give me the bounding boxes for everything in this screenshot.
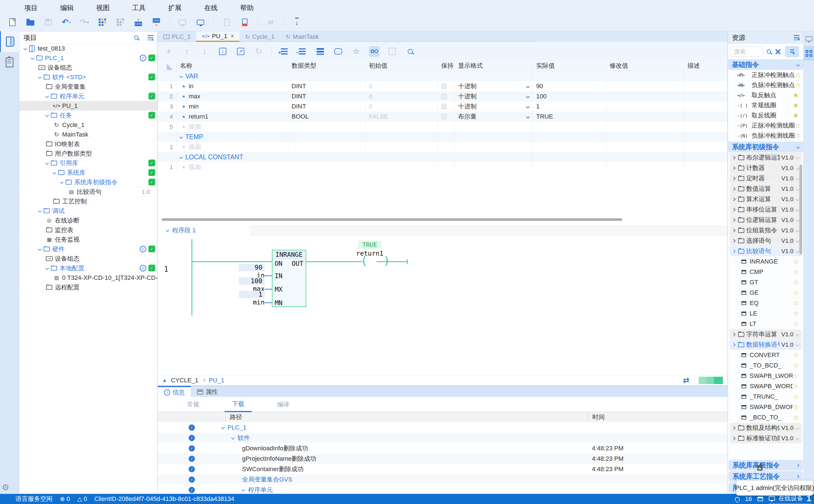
expand-chevron-icon[interactable] (45, 113, 49, 117)
variable-name[interactable]: 添加 (189, 163, 201, 171)
folder-chevron-icon[interactable] (732, 156, 736, 160)
version-dropdown-icon[interactable] (796, 166, 799, 170)
display-format-cell[interactable] (455, 152, 533, 162)
display-format-cell[interactable] (455, 142, 533, 152)
data-type-cell[interactable]: DINT (288, 101, 366, 112)
favorite-star-icon[interactable]: ★ (793, 101, 799, 109)
variable-name[interactable]: max (189, 93, 200, 100)
ladder-canvas[interactable]: 1 INRANGE ON OUT IN MX MN 90 in (158, 236, 727, 375)
insert-row-icon[interactable]: + (279, 46, 290, 57)
menu-item[interactable]: 视图 (96, 3, 110, 12)
favorite-star-icon[interactable]: ☆ (795, 71, 801, 79)
horizontal-scrollbar[interactable] (162, 218, 622, 221)
project-tree-item[interactable]: 系统库 ✓ (19, 168, 157, 178)
initial-value-cell[interactable] (366, 142, 438, 152)
data-type-cell[interactable] (288, 152, 366, 162)
project-tree-item[interactable]: 调试 (19, 206, 157, 216)
instruction-item[interactable]: 常规线圈 ★ (728, 100, 803, 110)
instruction-item[interactable]: 正脉冲检测触点 ☆ (728, 70, 803, 80)
folder-chevron-icon[interactable] (732, 343, 736, 347)
log-row[interactable]: i gProjectInfoName删除成功 4:48:23 PM (158, 453, 727, 464)
expand-chevron-icon[interactable] (31, 56, 34, 60)
library-row[interactable]: INRANGE ☆ (730, 256, 802, 267)
display-format-cell[interactable]: 十进制 (455, 81, 533, 91)
display-format-cell[interactable] (455, 132, 533, 142)
project-tree-item[interactable]: 比较语句 1.0 (19, 187, 157, 197)
block-input-operand[interactable]: 1 min (239, 291, 265, 306)
actual-value-cell[interactable] (533, 162, 606, 172)
log-message[interactable]: gProjectInfoName删除成功 (242, 455, 316, 463)
project-tree-item[interactable]: PLC_1 ✓ ✓ (19, 53, 157, 63)
library-row[interactable]: 比较语句 V1.0 (730, 246, 802, 256)
compile-all-icon[interactable] (115, 17, 125, 27)
group-chevron-icon[interactable] (179, 155, 183, 159)
editor-tab[interactable]: PLC_1 (158, 31, 196, 42)
library-row[interactable]: 串移位运算 V1.0 (730, 205, 802, 215)
actual-value-cell[interactable]: 100 (533, 91, 606, 101)
library-row[interactable]: SWAPB_LWORD ☆ (730, 371, 802, 381)
breadcrumb-unit[interactable]: PU_1 (209, 377, 225, 384)
library-row[interactable]: GE ☆ (730, 288, 802, 298)
actual-value-cell[interactable]: TRUE (533, 112, 606, 122)
project-tree-item[interactable]: MainTask (19, 130, 157, 139)
version-dropdown-icon[interactable] (796, 343, 799, 347)
folder-chevron-icon[interactable] (732, 229, 736, 232)
folder-chevron-icon[interactable] (732, 333, 736, 336)
expand-chevron-icon[interactable] (60, 180, 63, 184)
select-all-icon[interactable] (167, 64, 173, 70)
library-row[interactable]: 布尔逻辑运算 V1.0 (730, 153, 802, 163)
variable-name[interactable]: 添加 (189, 143, 201, 151)
library-row[interactable]: 算术运算 V1.0 (730, 194, 802, 204)
version-dropdown-icon[interactable] (796, 156, 799, 160)
variable-row[interactable]: 3 min DINT 0 十进制 1 (158, 101, 727, 112)
data-type-cell[interactable] (288, 162, 366, 172)
upload-from-plc-icon[interactable]: IIOO▲ (151, 17, 161, 27)
new-project-icon[interactable] (7, 17, 17, 27)
display-format-cell[interactable]: 十进制 (455, 101, 533, 112)
initial-value-cell[interactable] (366, 162, 438, 172)
description-cell[interactable] (684, 101, 727, 112)
menu-item[interactable]: 工具 (132, 3, 146, 12)
project-explorer-icon[interactable] (0, 31, 19, 52)
modify-value-cell[interactable] (606, 152, 684, 162)
project-tree-item[interactable]: 任务 ✓ (19, 111, 157, 120)
library-row[interactable]: _BCD_TO_ ☆ (730, 412, 802, 423)
version-dropdown-icon[interactable] (796, 249, 799, 253)
version-dropdown-icon[interactable] (796, 333, 799, 336)
network-chevron-icon[interactable] (165, 228, 169, 232)
block-input-operand[interactable]: 90 in (239, 264, 265, 279)
save-icon[interactable] (43, 17, 53, 27)
block-input-operand[interactable]: 100 max (239, 277, 265, 292)
project-tree-item[interactable]: 硬件 ✓ ✓ (19, 244, 157, 254)
description-cell[interactable] (684, 122, 727, 132)
folder-chevron-icon[interactable] (732, 249, 736, 253)
breadcrumb-task[interactable]: CYCLE_1 (171, 377, 198, 384)
description-cell[interactable] (684, 112, 727, 122)
data-type-cell[interactable] (288, 71, 366, 81)
library-row[interactable]: _TRUNC_ ☆ (730, 392, 802, 402)
retain-checkbox[interactable] (441, 94, 447, 99)
output-tab[interactable]: 属性 (191, 386, 224, 398)
edit-tools-icon[interactable] (775, 49, 781, 55)
menu-item[interactable]: 在线 (204, 3, 218, 12)
variable-row[interactable]: LOCAL CONSTANT (158, 152, 727, 162)
library-row[interactable]: 定时器 V1.0 (730, 173, 802, 183)
collapse-all-icon[interactable] (147, 35, 153, 40)
expand-chevron-icon[interactable] (38, 209, 42, 213)
favorite-star-icon[interactable]: ☆ (795, 132, 801, 140)
favorite-star-icon[interactable]: ☆ (795, 81, 801, 89)
folder-chevron-icon[interactable] (732, 218, 736, 222)
modify-value-cell[interactable] (606, 112, 684, 122)
display-format-cell[interactable] (455, 71, 533, 81)
export-icon[interactable]: ↗ (235, 46, 246, 57)
editor-tab[interactable]: PU_1 × (196, 31, 240, 42)
variable-row[interactable]: TEMP (158, 132, 727, 142)
instruction-item[interactable]: 正脉冲检测线圈 ☆ (728, 121, 803, 131)
variable-name[interactable]: LOCAL CONSTANT (185, 153, 243, 161)
project-tree-item[interactable]: test_0813 (19, 44, 157, 53)
log-message[interactable]: gDownloadInfo删除成功 (242, 444, 308, 453)
library-row[interactable]: 选择语句 V1.0 (730, 236, 802, 246)
project-tree-item[interactable]: 在线诊断 (19, 216, 157, 225)
expand-chevron-icon[interactable] (23, 47, 27, 50)
variable-name[interactable]: 添加 (189, 122, 201, 131)
